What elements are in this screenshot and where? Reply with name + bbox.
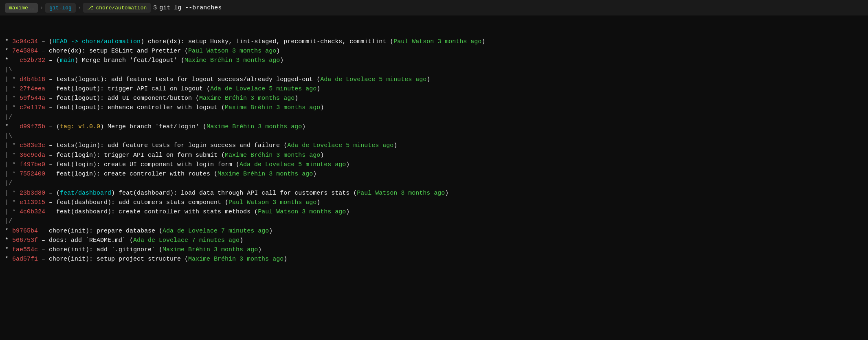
terminal-line-L5: | * d4b4b18 – tests(logout): add feature… [5,75,863,84]
line-part: Ada de Lovelace 5 minutes ago [287,141,393,150]
line-part: 6ad57f1 [12,254,38,264]
line-part: – feat(login): create UI component with … [45,160,240,169]
terminal-line-L23: * fae554c – chore(init): add `.gitignore… [5,245,863,254]
terminal-line-L16: |/ [5,179,863,188]
terminal-line-L19: | * 4c0b324 – feat(dashboard): create co… [5,207,863,217]
line-part: 27f4eea [20,84,45,94]
line-part: – feat(dashboard): add cutomers stats co… [45,198,229,207]
line-part: 7e45884 [12,46,38,56]
line-part: c583e3c [20,141,45,150]
tab-gitlog[interactable]: git-log [45,3,76,13]
line-part: | * [5,141,20,150]
terminal-line-L22: * 566753f – docs: add `README.md` (Ada d… [5,236,863,245]
line-part: | * [5,103,20,112]
tab-branch[interactable]: ⎇ chore/automation [83,3,151,13]
line-part: ) [269,226,272,236]
terminal-line-L1: * 3c94c34 – (HEAD -> chore/automation) c… [5,37,863,46]
terminal-line-L10: * d99f75b – (tag: v1.0.0) Merge branch '… [5,122,863,132]
line-part: – feat(logout): add UI component/button … [45,94,199,103]
line-part: ) [481,37,485,46]
line-part: | * [5,160,20,169]
line-part: – ( [45,189,60,198]
line-part: ) feat(dashboard): load data through API… [111,189,357,198]
tab-dollar: $ [153,4,157,11]
line-part: ) [294,94,298,103]
line-part: ) [346,160,349,169]
title-bar: maxime … › git-log › ⎇ chore/automation … [0,0,868,15]
line-part: c2e117a [20,103,45,112]
tab-sep1: … [31,5,34,11]
line-part: |\ [5,65,12,75]
line-part: * [5,226,12,236]
line-part: – feat(login): trigger API call on form … [45,151,225,160]
line-part: | * [5,207,20,217]
line-part: |/ [5,217,12,226]
tab-arrow1: › [40,5,43,10]
line-part: | * [5,84,20,94]
line-part: – tests(logout): add feature tests for l… [45,75,320,84]
line-part: ) [283,254,287,264]
line-part: – ( [45,122,60,132]
line-part: ) Merge branch 'feat/login' ( [100,122,207,132]
line-part: chore/automation [82,37,141,46]
line-part: – feat(logout): trigger API call on logo… [45,84,210,94]
line-part: 566753f [12,236,38,245]
line-part: ) [276,46,280,56]
line-part: 4c0b324 [20,207,45,217]
line-part: ) [320,103,324,112]
line-part: Paul Watson 3 months ago [229,198,316,207]
terminal-line-L9: |/ [5,113,863,122]
line-part: Maxime Bréhin 3 months ago [199,94,294,103]
line-part: HEAD -> [53,37,82,46]
line-part: Maxime Bréhin 3 months ago [207,122,302,132]
line-part: Ada de Lovelace 7 minutes ago [163,226,269,236]
line-part: f497be0 [20,160,45,169]
line-part: ) Merge branch 'feat/logout' ( [75,56,185,65]
line-part: 7552400 [20,169,45,179]
line-part: ) [426,75,430,84]
line-part: * [5,122,12,132]
line-part: Paul Watson 3 months ago [357,189,445,198]
line-part: ) [302,122,305,132]
line-part: * [5,37,12,46]
line-part: main [60,56,75,65]
line-part: fae554c [12,245,38,254]
terminal-line-L18: | * e113915 – feat(dashboard): add cutom… [5,198,863,207]
line-part: | * [5,189,20,198]
line-part: | * [5,75,20,84]
line-part: Paul Watson 3 months ago [258,207,346,217]
terminal-line-L8: | * c2e117a – feat(logout): enhance cont… [5,103,863,112]
line-part: Maxime Bréhin 3 months ago [225,103,320,112]
tab-user[interactable]: maxime … [5,3,38,13]
line-part: feat/dashboard [60,189,111,198]
terminal-line-L20: |/ [5,217,863,226]
line-part: ) [346,207,349,217]
line-part: Ada de Lovelace 5 minutes ago [210,84,316,94]
line-part: d99f75b [12,122,45,132]
line-part: * [5,245,12,254]
line-part: ) [445,189,448,198]
line-part: ) [316,84,320,94]
tab-user-label: maxime [9,5,28,11]
line-part: d4b4b18 [20,75,45,84]
line-part: Paul Watson 3 months ago [393,37,481,46]
line-part: Paul Watson 3 months ago [188,46,276,56]
terminal-line-L11: |\ [5,132,863,141]
line-part: ) [316,198,320,207]
line-part: * [5,46,12,56]
line-part: – feat(login): create controller with ro… [45,169,218,179]
line-part: – chore(init): prepare database ( [38,226,163,236]
line-part: * [5,254,12,264]
branch-icon: ⎇ [87,4,93,11]
tab-branch-label: chore/automation [96,5,147,11]
terminal-window: maxime … › git-log › ⎇ chore/automation … [0,0,868,340]
terminal-line-L14: | * f497be0 – feat(login): create UI com… [5,160,863,169]
line-part: ) [320,151,324,160]
line-part: – feat(dashboard): create controller wit… [45,207,258,217]
line-part: – ( [45,56,60,65]
line-part: * [5,236,12,245]
line-part: Ada de Lovelace 5 minutes ago [320,75,426,84]
line-part: Maxime Bréhin 3 months ago [218,169,313,179]
line-part: – docs: add `README.md` ( [38,236,133,245]
tab-command: git lg --branches [159,4,222,11]
